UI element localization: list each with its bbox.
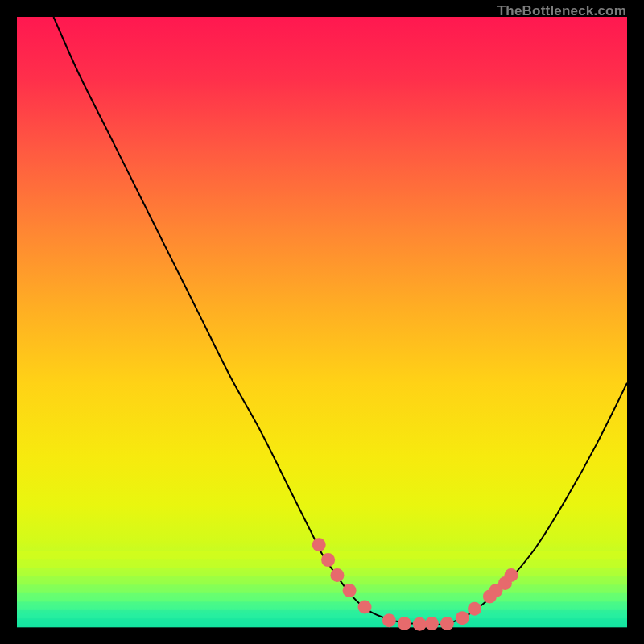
svg-rect-3 — [17, 576, 627, 585]
highlight-dot — [468, 602, 481, 616]
svg-rect-6 — [17, 601, 627, 610]
highlight-dot — [398, 617, 411, 630]
highlight-dot — [330, 568, 344, 582]
highlight-dot — [343, 584, 357, 597]
svg-rect-4 — [17, 584, 627, 593]
svg-rect-8 — [17, 618, 627, 627]
highlight-dot — [382, 613, 396, 627]
highlight-dot — [413, 617, 427, 631]
gradient-background — [17, 17, 627, 627]
highlight-dot — [456, 611, 469, 625]
svg-rect-7 — [17, 610, 627, 619]
highlight-dot — [312, 538, 326, 551]
svg-rect-5 — [17, 593, 627, 602]
watermark-text: TheBottleneck.com — [497, 3, 626, 19]
chart-stage: TheBottleneck.com — [0, 0, 644, 644]
highlight-dot — [504, 568, 518, 582]
bottleneck-chart — [0, 0, 644, 644]
highlight-dot — [358, 600, 372, 613]
highlight-dot — [440, 617, 454, 630]
svg-rect-2 — [17, 568, 627, 576]
highlight-dot — [321, 553, 335, 567]
highlight-dot — [425, 617, 439, 630]
